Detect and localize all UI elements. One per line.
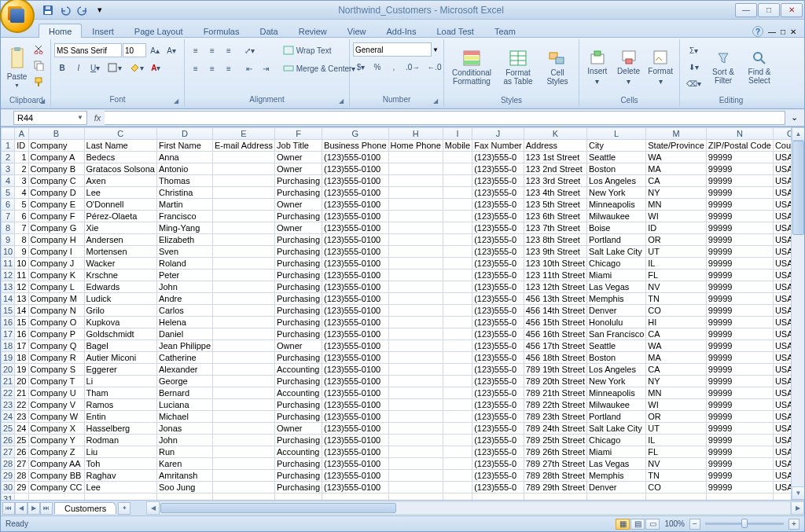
tab-team[interactable]: Team [484,24,526,38]
cell[interactable]: Xie [84,222,156,234]
zoom-out-button[interactable]: − [689,519,700,530]
cell[interactable] [213,317,275,328]
cell[interactable] [443,305,472,317]
cell[interactable]: (123)555-0100 [322,387,389,399]
cell[interactable] [443,328,472,340]
cell[interactable]: Company H [28,234,84,246]
cell[interactable]: (123)555-0100 [322,234,389,246]
cell[interactable]: 22 [15,399,28,411]
cell[interactable] [443,317,472,328]
cell[interactable]: ID [646,222,707,234]
cell[interactable]: Michael [156,411,212,423]
cell[interactable]: USA [773,387,791,399]
formula-input[interactable] [105,111,785,125]
cell[interactable]: USA [773,482,791,493]
cell[interactable]: Chicago [586,258,645,270]
cell[interactable]: 456 18th Street [524,352,586,364]
number-format-select[interactable] [353,42,432,57]
cell[interactable] [213,152,275,163]
cell[interactable]: 99999 [706,423,773,435]
cell[interactable] [213,364,275,376]
cell[interactable]: Li [84,376,156,387]
cell[interactable]: Purchasing [275,411,322,423]
cell[interactable] [213,234,275,246]
cell[interactable]: OR [646,234,707,246]
row-header[interactable]: 3 [2,163,15,175]
cell[interactable]: NV [646,458,707,470]
clear-icon[interactable]: ⌫▾ [683,75,704,91]
sort-filter-button[interactable]: Sort & Filter [706,41,741,94]
col-header[interactable]: O [773,128,791,140]
minimize-button[interactable]: — [735,3,757,17]
col-header[interactable]: B [28,128,84,140]
cell[interactable]: (123)555-0 [472,246,524,258]
cell[interactable]: USA [773,423,791,435]
cell[interactable]: 6 [15,211,28,222]
zoom-in-button[interactable]: + [788,519,799,530]
vertical-scrollbar[interactable]: ▲ ▼ [791,127,804,500]
cell[interactable]: Company Q [28,340,84,352]
cell[interactable]: Owner [275,163,322,175]
cell[interactable]: 99999 [706,458,773,470]
cell[interactable]: Memphis [586,293,645,305]
cell[interactable]: Run [156,446,212,458]
format-painter-icon[interactable] [30,74,47,90]
cell[interactable] [388,281,443,293]
grow-font-icon[interactable]: A▴ [147,42,163,58]
cell[interactable]: USA [773,376,791,387]
cell[interactable] [213,270,275,281]
font-name-input[interactable] [54,43,122,57]
cell[interactable]: 99999 [706,199,773,211]
cell[interactable]: UT [646,246,707,258]
cell[interactable]: 99999 [706,258,773,270]
cell[interactable]: (123)555-0100 [322,423,389,435]
cell[interactable]: 1 [15,152,28,163]
cell[interactable]: USA [773,234,791,246]
cell[interactable]: 456 15th Street [524,317,586,328]
align-center-icon[interactable]: ≡ [204,61,220,76]
cell[interactable]: 13 [15,293,28,305]
row-header[interactable]: 9 [2,234,15,246]
cell[interactable]: USA [773,470,791,482]
cell[interactable]: (123)555-0 [472,328,524,340]
cell[interactable]: 99999 [706,222,773,234]
cell[interactable]: Company AA [28,458,84,470]
cell[interactable]: (123)555-0 [472,305,524,317]
cell[interactable]: USA [773,458,791,470]
cell[interactable]: (123)555-0100 [322,376,389,387]
cell[interactable] [388,258,443,270]
font-color-icon[interactable]: A▾ [148,60,164,75]
cell[interactable]: Las Vegas [586,281,645,293]
cell[interactable]: USA [773,411,791,423]
cell[interactable]: Company O [28,317,84,328]
cell[interactable]: Accounting [275,364,322,376]
cell[interactable]: Ming-Yang [156,222,212,234]
cell[interactable]: USA [773,364,791,376]
cell[interactable]: Company W [28,411,84,423]
cell[interactable]: Company Z [28,446,84,458]
cell[interactable]: 99999 [706,270,773,281]
cell[interactable] [443,211,472,222]
cell[interactable] [388,293,443,305]
row-header[interactable]: 14 [2,293,15,305]
currency-icon[interactable]: $▾ [353,59,369,75]
col-header[interactable]: N [706,128,773,140]
cell[interactable]: 99999 [706,175,773,187]
cell[interactable] [213,387,275,399]
cell[interactable]: MA [646,352,707,364]
scroll-left-icon[interactable]: ◀ [146,501,160,515]
cell[interactable] [443,446,472,458]
cell[interactable]: (123)555-0 [472,281,524,293]
cell[interactable]: Denver [586,305,645,317]
col-header[interactable]: L [586,128,645,140]
cell[interactable]: WI [646,211,707,222]
cell[interactable]: (123)555-0 [472,163,524,175]
cell[interactable] [443,470,472,482]
row-header[interactable]: 1 [2,140,15,152]
cell[interactable]: Accounting [275,446,322,458]
cell[interactable]: (123)555-0100 [322,175,389,187]
cell[interactable]: Purchasing [275,281,322,293]
tab-prev-icon[interactable]: ◀ [15,502,28,515]
cell[interactable]: 456 16th Street [524,328,586,340]
cell[interactable]: Peter [156,270,212,281]
